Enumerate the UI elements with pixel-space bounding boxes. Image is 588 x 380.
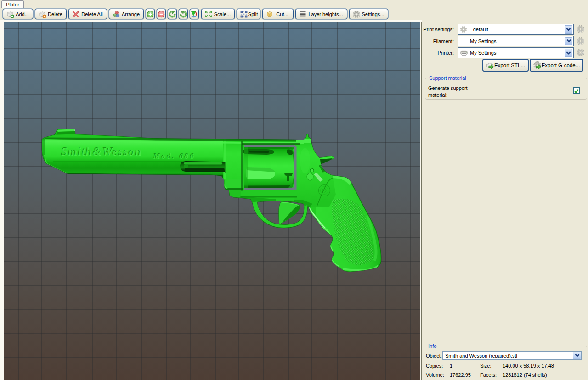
svg-text:Mod. 686: Mod. 686 (153, 152, 194, 161)
svg-text:Smith&Wesson: Smith&Wesson (61, 145, 141, 158)
